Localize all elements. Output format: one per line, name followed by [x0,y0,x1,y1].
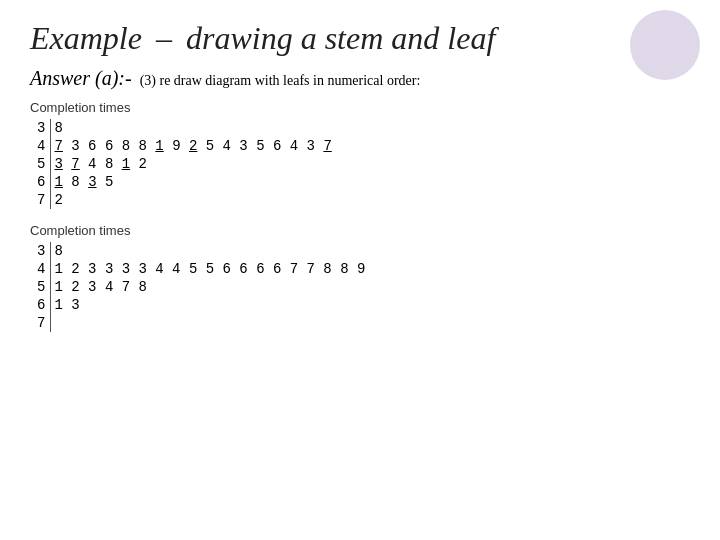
stem-table-1: 3847 3 6 6 8 8 1 9 2 5 4 3 5 6 4 3 753 7… [30,119,336,209]
stem-cell: 4 [30,260,50,278]
stem-cell: 7 [30,314,50,332]
leaves-cell: 8 [50,242,369,260]
leaves-cell [50,314,369,332]
leaves-cell: 1 3 [50,296,369,314]
answer-line: Answer (a):- (3) re draw diagram with le… [30,67,690,90]
leaves-cell: 8 [50,119,336,137]
stem-cell: 3 [30,119,50,137]
answer-description: (3) re draw diagram with leafs in numeri… [140,73,421,89]
table-row: 47 3 6 6 8 8 1 9 2 5 4 3 5 6 4 3 7 [30,137,336,155]
stem-table-2: 3841 2 3 3 3 3 4 4 5 5 6 6 6 6 7 7 8 8 9… [30,242,369,332]
stem-cell: 5 [30,155,50,173]
decorative-circle [630,10,700,80]
section1: Completion times 3847 3 6 6 8 8 1 9 2 5 … [30,100,690,209]
page: Example – drawing a stem and leaf Answer… [0,0,720,540]
table-row: 41 2 3 3 3 3 4 4 5 5 6 6 6 6 7 7 8 8 9 [30,260,369,278]
leaves-cell: 3 7 4 8 1 2 [50,155,336,173]
table-row: 7 [30,314,369,332]
section2-title: Completion times [30,223,690,238]
title-dash: – [148,20,180,56]
stem-cell: 4 [30,137,50,155]
answer-label: Answer (a):- [30,67,132,90]
section2: Completion times 3841 2 3 3 3 3 4 4 5 5 … [30,223,690,332]
table-row: 51 2 3 4 7 8 [30,278,369,296]
section1-title: Completion times [30,100,690,115]
table-row: 72 [30,191,336,209]
title-main: Example [30,20,142,56]
leaves-cell: 1 2 3 4 7 8 [50,278,369,296]
table-row: 53 7 4 8 1 2 [30,155,336,173]
table-row: 61 3 [30,296,369,314]
stem-cell: 7 [30,191,50,209]
title-sub: drawing a stem and leaf [186,20,495,56]
page-title: Example – drawing a stem and leaf [30,20,690,57]
leaves-cell: 7 3 6 6 8 8 1 9 2 5 4 3 5 6 4 3 7 [50,137,336,155]
leaves-cell: 2 [50,191,336,209]
table-row: 38 [30,242,369,260]
leaves-cell: 1 8 3 5 [50,173,336,191]
stem-cell: 6 [30,173,50,191]
stem-cell: 3 [30,242,50,260]
leaves-cell: 1 2 3 3 3 3 4 4 5 5 6 6 6 6 7 7 8 8 9 [50,260,369,278]
table-row: 61 8 3 5 [30,173,336,191]
stem-cell: 5 [30,278,50,296]
table-row: 38 [30,119,336,137]
stem-cell: 6 [30,296,50,314]
